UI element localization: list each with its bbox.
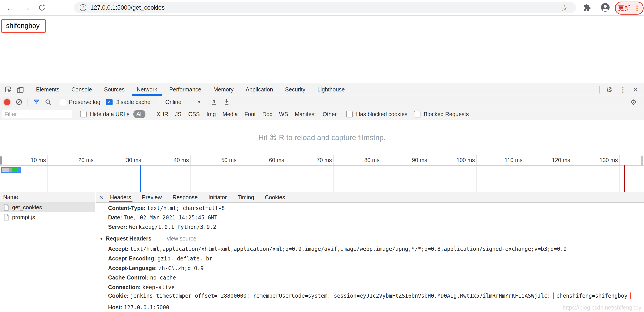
disable-cache-checkbox[interactable]: ✓ [106,99,112,105]
tab-response[interactable]: Response [172,192,198,202]
cookie-highlight-annotation: chenshifeng=shifengboy [553,292,631,299]
filter-type-all[interactable]: All [133,110,146,118]
scrollbar-thumb[interactable] [641,155,643,166]
throttling-dropdown[interactable]: Online ▾ [165,99,200,105]
address-bar[interactable]: i 127.0.0.1:5000/get_cookies ☆ [74,2,576,13]
header-name: Host: [108,304,122,310]
document-icon [4,214,9,221]
tab-sources[interactable]: Sources [98,83,131,96]
request-row-get-cookies[interactable]: get_cookies [0,202,95,212]
search-icon[interactable] [44,98,52,106]
header-name: Date: [108,214,122,221]
header-value: text/html; charset=utf-8 [147,205,225,211]
divider [28,98,28,106]
filter-icon[interactable] [33,98,40,106]
tab-lighthouse[interactable]: Lighthouse [311,83,351,96]
reload-icon[interactable] [36,0,48,15]
back-icon[interactable]: ← [5,0,16,15]
has-blocked-cookies-checkbox[interactable] [346,111,353,117]
details-close-icon[interactable]: × [99,193,104,201]
url-text[interactable]: 127.0.0.1:5000/get_cookies [90,4,165,11]
request-header-row: Accept: text/html,application/xhtml+xml,… [108,246,642,252]
filter-type-other[interactable]: Other [323,111,337,117]
devtools-close-icon[interactable]: × [630,85,641,94]
tab-headers[interactable]: Headers [110,192,131,202]
device-toolbar-icon[interactable] [16,86,24,94]
hide-data-urls-checkbox[interactable] [80,111,86,117]
filmstrip-hint: Hit ⌘ R to reload and capture filmstrip. [0,133,644,142]
record-icon[interactable] [4,99,10,105]
filter-type-xhr[interactable]: XHR [156,111,168,117]
network-bottom-split: Name get_cookies prompt.js × [0,192,644,312]
response-header-row: Server: Werkzeug/1.0.1 Python/3.9.2 [108,224,642,230]
filter-type-js[interactable]: JS [175,111,182,117]
waterfall-track[interactable] [0,166,644,192]
devtools-menu-icon[interactable]: ⋮ [616,86,630,93]
tab-security[interactable]: Security [279,83,311,96]
tab-memory[interactable]: Memory [207,83,240,96]
request-header-row: Accept-Language: zh-CN,zh;q=0.9 [108,265,642,271]
import-har-icon[interactable] [210,98,218,106]
preserve-log-checkbox[interactable] [60,99,66,105]
tab-console[interactable]: Console [65,83,98,96]
ruler-tick: 30 ms [108,157,141,164]
filter-type-img[interactable]: Img [206,111,216,117]
request-headers-section[interactable]: ▾ Request Headers view source [100,235,196,242]
inspect-element-icon[interactable] [4,86,12,94]
browser-menu-icon[interactable]: ⋮ [634,4,640,12]
network-settings-icon[interactable]: ⚙ [627,98,640,106]
site-info-icon[interactable]: i [80,4,86,11]
tab-application[interactable]: Application [240,83,279,96]
tab-timing[interactable]: Timing [238,192,254,202]
ruler-tick: 90 ms [394,157,427,164]
tab-initiator[interactable]: Initiator [208,192,227,202]
update-button[interactable]: 更新 ⋮ [615,2,644,15]
disclosure-triangle-icon[interactable]: ▾ [100,236,102,241]
page-text: shifengboy [6,22,40,30]
host-header-row: Host: 127.0.0.1:5000 [108,304,642,311]
extensions-icon[interactable] [582,3,591,12]
request-list-header[interactable]: Name [0,192,95,202]
filter-type-ws[interactable]: WS [279,111,288,117]
filter-type-css[interactable]: CSS [188,111,200,117]
tab-performance[interactable]: Performance [163,83,207,96]
view-source-link[interactable]: view source [167,235,196,242]
request-row-prompt-js[interactable]: prompt.js [0,212,95,222]
bookmark-star-icon[interactable]: ☆ [561,3,568,13]
header-name: Accept-Language: [108,265,157,271]
tab-preview[interactable]: Preview [142,192,162,202]
tab-network[interactable]: Network [131,83,163,96]
devtools-panel: Elements Console Sources Network Perform… [0,83,644,312]
disable-cache-label[interactable]: Disable cache [115,99,150,105]
preserve-log-label[interactable]: Preserve log [69,99,100,105]
tab-elements[interactable]: Elements [30,83,65,96]
network-toolbar: Preserve log ✓ Disable cache Online ▾ ⚙ [0,96,644,108]
filter-type-manifest[interactable]: Manifest [295,111,316,117]
export-har-icon[interactable] [223,98,230,106]
chevron-down-icon: ▾ [198,99,200,105]
ruler-tick: 120 ms [536,157,570,164]
forward-icon[interactable]: → [20,0,32,15]
waterfall-segment-download [18,168,20,172]
ruler-tick: 60 ms [250,157,284,164]
timeline-ruler[interactable]: 10 ms 20 ms 30 ms 40 ms 50 ms 60 ms 70 m… [0,155,644,166]
profile-avatar-icon[interactable] [600,2,610,13]
clear-icon[interactable] [16,98,22,106]
filter-input[interactable] [2,110,72,118]
filter-type-doc[interactable]: Doc [262,111,272,117]
waterfall-overview-bar[interactable] [1,167,21,173]
devtools-tabbar: Elements Console Sources Network Perform… [0,83,644,96]
load-event-line [624,165,625,192]
blocked-requests-label[interactable]: Blocked Requests [424,111,469,117]
filter-type-font[interactable]: Font [244,111,256,117]
has-blocked-cookies-label[interactable]: Has blocked cookies [356,111,407,117]
filter-type-media[interactable]: Media [222,111,238,117]
header-name: Cookie: [108,292,129,299]
blocked-requests-checkbox[interactable] [414,111,420,117]
tab-cookies[interactable]: Cookies [265,192,285,202]
divider [150,110,150,118]
devtools-settings-icon[interactable]: ⚙ [602,85,616,94]
divider [27,86,27,93]
hide-data-urls-label[interactable]: Hide data URLs [90,111,129,117]
document-icon [4,204,9,211]
